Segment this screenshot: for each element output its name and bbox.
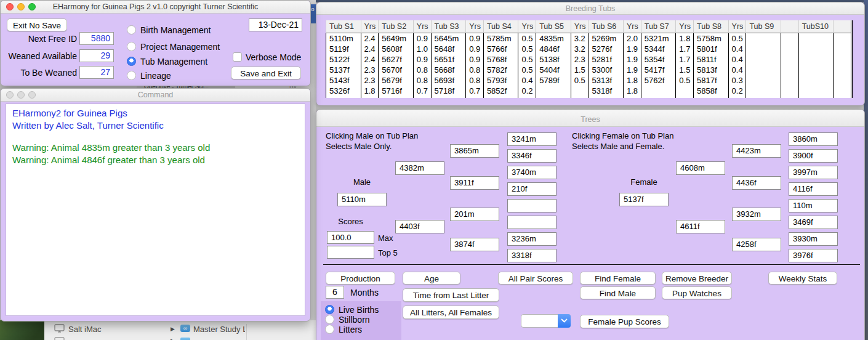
female-pup-scores-button[interactable]: Female Pup Scores <box>580 315 669 328</box>
tree-field-male-gen1-3[interactable]: 3740m <box>507 166 557 179</box>
animal-age-cell[interactable]: 0.4 <box>729 54 746 65</box>
production-button[interactable]: Production <box>326 272 395 285</box>
radio-birth-management[interactable]: Birth Management <box>127 25 211 35</box>
tree-field-female-gen1-8[interactable]: 3976f <box>789 249 838 262</box>
command-output[interactable]: EHarmony2 for Guinea Pigs Written by Ale… <box>6 103 305 316</box>
animal-id-cell[interactable]: 5670f <box>379 65 413 75</box>
tree-field-female-gen2-3[interactable]: 3932m <box>732 208 781 221</box>
finder-row[interactable]: Salt iMac ▶ ∞ Master Study L <box>0 324 316 335</box>
animal-id-cell[interactable]: 5813f <box>694 65 728 75</box>
animal-id-cell[interactable]: 5762f <box>641 75 676 86</box>
animal-age-cell[interactable]: 0.5 <box>676 75 693 86</box>
animal-age-cell[interactable]: 1.5 <box>571 65 589 75</box>
tree-field-female-gen2-4[interactable]: 4258f <box>732 238 781 251</box>
animal-id-cell[interactable]: 4835m <box>536 33 571 44</box>
animal-age-cell[interactable]: 2.4 <box>361 54 379 65</box>
animal-id-cell[interactable]: 5269m <box>589 33 623 44</box>
radio-button-icon[interactable] <box>325 315 334 324</box>
animal-age-cell[interactable]: 0.5 <box>518 44 536 54</box>
animal-id-cell[interactable]: 5321m <box>641 33 676 44</box>
animal-id-cell[interactable]: 5716f <box>379 86 413 96</box>
radio-button-icon[interactable] <box>127 57 136 66</box>
animal-age-cell[interactable]: 0.9 <box>466 54 483 65</box>
tree-field-female-gen3-1[interactable]: 4608m <box>676 161 725 175</box>
animal-id-cell[interactable]: 5679f <box>379 75 413 86</box>
animal-id-cell[interactable]: 5858f <box>694 86 728 96</box>
female-field[interactable]: 5137f <box>619 193 669 206</box>
animal-age-cell[interactable]: 2.0 <box>624 33 641 44</box>
animal-age-cell[interactable]: 1.9 <box>624 65 641 75</box>
tree-field-female-gen1-7[interactable]: 3930m <box>789 232 838 246</box>
tree-field-male-gen1-1[interactable]: 3241m <box>507 132 557 146</box>
breeding-tubs-titlebar[interactable]: Breeding Tubs <box>316 2 864 15</box>
remove-breeder-button[interactable]: Remove Breeder <box>662 272 732 285</box>
tree-field-male-gen3-1[interactable]: 4382m <box>395 161 444 175</box>
tree-field-male-gen1-4[interactable]: 210f <box>507 182 557 196</box>
animal-age-cell[interactable]: 0.9 <box>466 33 483 44</box>
animal-age-cell[interactable]: 0.5 <box>518 33 536 44</box>
tree-field-male-gen2-1[interactable]: 3865m <box>450 144 499 158</box>
animal-age-cell[interactable]: 0.4 <box>729 44 746 54</box>
animal-age-cell[interactable]: 0.8 <box>414 65 431 75</box>
animal-id-cell[interactable]: 5281f <box>589 54 623 65</box>
animal-id-cell[interactable]: 5326f <box>326 86 361 96</box>
tree-field-male-gen1-5[interactable] <box>507 199 557 212</box>
tree-field-male-gen2-4[interactable]: 3874f <box>450 238 499 251</box>
tree-field-female-gen1-3[interactable]: 3997m <box>789 166 838 179</box>
pup-scores-dropdown[interactable] <box>521 314 571 328</box>
animal-age-cell[interactable]: 1.8 <box>676 33 693 44</box>
all-pair-scores-button[interactable]: All Pair Scores <box>498 272 573 285</box>
animal-id-cell[interactable]: 5354f <box>641 54 676 65</box>
animal-id-cell[interactable]: 5758m <box>694 33 728 44</box>
save-and-exit-button[interactable]: Save and Exit <box>231 67 301 79</box>
animal-age-cell[interactable]: 0.5 <box>729 33 746 44</box>
radio-tub-management[interactable]: Tub Management <box>127 56 207 67</box>
tree-field-male-gen1-2[interactable]: 3346f <box>507 149 557 163</box>
command-titlebar[interactable]: Command <box>1 89 310 102</box>
tree-field-female-gen1-6[interactable]: 3469f <box>789 216 838 229</box>
time-from-last-litter-button[interactable]: Time from Last Litter <box>403 288 499 302</box>
animal-id-cell[interactable]: 5344f <box>641 44 676 54</box>
animal-age-cell[interactable]: 0.7 <box>466 86 483 96</box>
animal-age-cell[interactable]: 0.2 <box>518 86 536 96</box>
animal-id-cell[interactable]: 5627f <box>379 54 413 65</box>
find-male-button[interactable]: Find Male <box>580 286 656 299</box>
pup-watches-button[interactable]: Pup Watches <box>662 286 732 299</box>
animal-id-cell[interactable]: 5137f <box>326 65 361 75</box>
animal-id-cell[interactable]: 5110m <box>326 33 361 44</box>
animal-age-cell[interactable]: 1.9 <box>624 44 641 54</box>
date-field[interactable]: 13-Dec-21 <box>249 18 302 31</box>
to-be-weaned-field[interactable]: 27 <box>79 66 114 79</box>
radio-button-icon[interactable] <box>325 305 334 314</box>
animal-id-cell[interactable]: 5313f <box>589 75 623 86</box>
tree-field-female-gen2-2[interactable]: 4436f <box>732 176 781 190</box>
animal-id-cell[interactable]: 5119f <box>326 44 361 54</box>
animal-id-cell[interactable]: 5608f <box>379 44 413 54</box>
animal-age-cell[interactable]: 0.8 <box>466 75 483 86</box>
animal-id-cell[interactable]: 5789f <box>536 75 571 86</box>
animal-id-cell[interactable]: 5693f <box>432 75 466 86</box>
tree-field-female-gen1-1[interactable]: 3860m <box>789 132 838 146</box>
animal-id-cell[interactable]: 5782f <box>484 65 518 75</box>
animal-age-cell[interactable]: 0.5 <box>518 65 536 75</box>
tree-field-male-gen3-2[interactable]: 4403f <box>395 220 444 233</box>
verbose-mode-checkbox[interactable] <box>233 52 242 62</box>
animal-id-cell[interactable]: 5785m <box>484 33 518 44</box>
animal-id-cell[interactable]: 5648f <box>432 44 466 54</box>
tree-field-male-gen1-8[interactable]: 3318f <box>507 249 557 262</box>
animal-id-cell[interactable]: 5668f <box>432 65 466 75</box>
animal-id-cell[interactable]: 5817f <box>694 75 728 86</box>
tree-field-male-gen2-2[interactable]: 3911f <box>450 176 499 190</box>
tree-field-female-gen1-5[interactable]: 110m <box>789 199 838 212</box>
trees-titlebar[interactable]: Trees <box>316 110 864 127</box>
radio-project-management[interactable]: Project Management <box>127 41 220 52</box>
animal-id-cell[interactable]: 5122f <box>326 54 361 65</box>
animal-id-cell[interactable]: 5768f <box>484 54 518 65</box>
animal-id-cell[interactable]: 5811f <box>694 54 728 65</box>
animal-age-cell[interactable]: 0.4 <box>729 65 746 75</box>
radio-button-icon[interactable] <box>127 25 136 34</box>
animal-id-cell[interactable]: 5404f <box>536 65 571 75</box>
animal-age-cell[interactable]: 0.5 <box>518 54 536 65</box>
animal-id-cell[interactable]: 5801f <box>694 44 728 54</box>
animal-age-cell[interactable]: 0.8 <box>466 65 483 75</box>
